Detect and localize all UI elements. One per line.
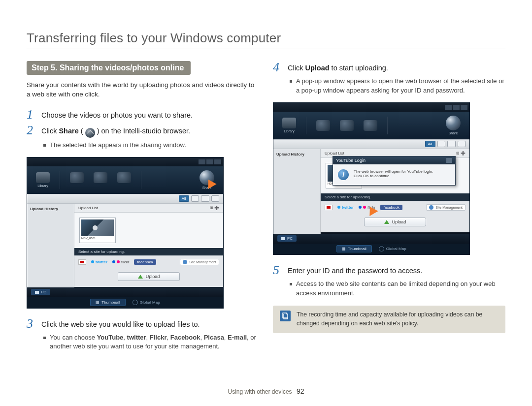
filter-pill[interactable] [458,141,466,147]
close-icon[interactable] [214,159,221,164]
site-management-button[interactable]: Site Management [180,259,219,265]
sidebar-title: Upload History [30,207,71,211]
upload-button[interactable]: Upload [364,218,427,226]
thumbnail-view-button[interactable]: ▦ Thumbnail [90,299,125,306]
app-body: Upload History Upload List ⊞ ➕ HDV_0001 [27,204,223,287]
flickr-dot-icon [112,260,115,263]
step-item-1: 1 Choose the videos or photos you want t… [27,108,259,121]
toolbar-item[interactable] [94,172,107,187]
toolbar-label: Share [449,131,458,135]
sidebar: Upload History [273,149,321,234]
dialog-body: The web browser will open for YouTube lo… [333,164,455,185]
filter-pill[interactable] [191,195,199,202]
site-facebook[interactable]: facebook [134,259,156,265]
upload-arrow-icon [384,220,389,224]
filter-bar: All [273,139,469,149]
minimize-icon[interactable] [199,159,205,164]
text-frag: ) on the Intelli-studio browser. [95,127,190,135]
toolbar-separator [306,117,306,134]
text-frag: , [167,334,170,341]
site-selection-row: twitter flickr facebook Site Management [74,255,223,268]
maximize-icon[interactable] [206,159,213,164]
bullet-dot-icon [43,337,46,339]
site-mgmt-label: Site Management [189,260,216,264]
toolbar-item[interactable] [117,172,131,187]
select-site-bar: Select a site for uploading. [321,193,469,201]
globe-icon [429,205,433,210]
flickr-dot-icon [117,260,120,263]
panel-header-icons: ⊞ ➕ [456,151,466,156]
dialog-title-text: YouTube Login [336,158,366,163]
close-icon[interactable] [461,105,467,110]
tool-icon [364,120,377,131]
global-map-link[interactable]: Global Map [379,246,406,251]
library-icon [282,118,296,128]
site-facebook[interactable]: facebook [380,205,402,210]
video-thumbnail[interactable]: HDV_0001 [79,218,116,243]
thumbnail-image [81,219,114,236]
toolbar-share[interactable]: Share [200,170,214,189]
upload-button[interactable]: Upload [118,272,180,281]
tool-icon [94,172,107,183]
toolbar-library[interactable]: Library [282,118,296,133]
site-name: Facebook [170,334,200,341]
bullet-text: A pop-up window appears to open the web … [296,77,505,95]
bullet-item: You can choose YouTube, twitter, Flickr,… [43,333,259,352]
toolbar-share[interactable]: Share [446,116,461,135]
site-youtube[interactable] [78,259,86,265]
toolbar-item[interactable] [70,172,84,187]
filter-pill[interactable] [211,195,219,202]
minimize-icon[interactable] [445,105,452,110]
global-map-link[interactable]: Global Map [133,300,160,305]
pc-tag[interactable]: PC [31,289,50,295]
sidebar-title: Upload History [276,152,317,156]
page-footer: Using with other devices 92 [0,387,532,395]
note-box: The recording time and capacity availabl… [273,306,505,333]
flickr-dot-icon [363,206,366,209]
share-word: Share [59,127,78,135]
tool-icon [70,172,84,183]
page-number: 92 [297,387,304,395]
toolbar-library[interactable]: Library [36,172,50,187]
site-group: twitter flickr facebook [325,205,402,210]
app-toolbar: Library Share [273,112,469,139]
site-selection-row: twitter flickr facebook Site Management [321,201,469,214]
app-screenshot-login: Library Share All Upload Hi [273,102,470,255]
site-flickr[interactable]: flickr [112,260,129,264]
site-youtube[interactable] [325,205,332,210]
panel-header: Upload List ⊞ ➕ [74,204,223,213]
app-footer: PC [273,234,469,244]
upload-row: Upload [321,214,469,232]
filter-all-pill[interactable]: All [179,195,189,202]
tool-icon [316,120,330,131]
step-text: Click Upload to start uploading. [288,61,388,73]
panel-header-label: Upload List [78,206,98,210]
filter-pill[interactable] [201,195,209,202]
toolbar-item[interactable] [364,120,377,131]
text-frag: , [123,334,127,341]
maximize-icon[interactable] [453,105,460,110]
site-management-button[interactable]: Site Management [426,204,466,211]
left-column: Step 5. Sharing the videos/photos online… [27,61,259,358]
bb-label: Thumbnail [348,247,366,251]
app-screenshot-share: Library Share All [27,157,224,309]
info-icon [338,169,349,180]
intro-text: Share your contents with the world by up… [27,81,259,99]
site-twitter[interactable]: twitter [91,260,107,264]
step-item-2: 2 Click Share ( ) on the Intelli-studio … [27,124,259,138]
title-rule [27,49,505,49]
site-twitter[interactable]: twitter [337,205,354,210]
pc-tag[interactable]: PC [277,235,297,242]
filter-all-pill[interactable]: All [425,141,435,147]
dialog-close-icon[interactable] [446,158,452,163]
footer-section: Using with other devices [228,388,292,395]
app-bottombar: ▦ Thumbnail Global Map [273,244,469,254]
dialog-message: The web browser will open for YouTube lo… [354,169,433,178]
filter-pill[interactable] [437,141,445,147]
toolbar-item[interactable] [340,120,354,131]
step-number: 2 [27,124,36,137]
toolbar-item[interactable] [316,120,330,131]
filter-pill[interactable] [447,141,455,147]
step-item-3: 3 Click the web site you would like to u… [27,317,259,330]
thumbnail-view-button[interactable]: ▦ Thumbnail [336,245,371,252]
